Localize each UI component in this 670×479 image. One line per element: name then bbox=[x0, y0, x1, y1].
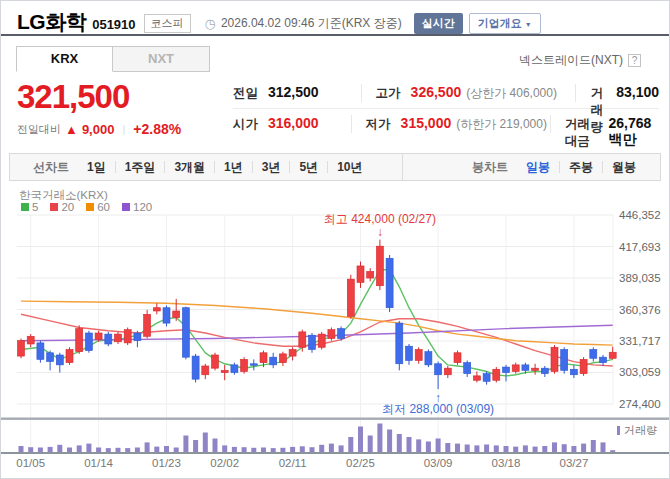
volume-bar bbox=[145, 442, 150, 452]
realtime-badge[interactable]: 실시간 bbox=[414, 13, 463, 34]
candle-body bbox=[338, 329, 345, 339]
candle-body bbox=[202, 366, 209, 375]
quote-table: 전일 312,500 고가 326,500 (상한가 406,000) 거래량 … bbox=[233, 77, 659, 139]
day-high-value: 326,500 bbox=[411, 84, 462, 100]
candle-body bbox=[289, 349, 296, 356]
y-axis-label: 274,400 bbox=[619, 398, 661, 410]
ma-legend-item-5: 5 bbox=[21, 201, 38, 213]
volume-bar bbox=[174, 448, 179, 453]
volume-bar bbox=[494, 445, 499, 452]
price-block: 321,500 전일대비 ▲ 9,000 | +2.88% bbox=[17, 80, 181, 137]
candle-body bbox=[18, 341, 25, 356]
volume-bar bbox=[193, 440, 198, 452]
volume-cell: 거래량 83,100 bbox=[575, 84, 659, 102]
candle-body bbox=[47, 353, 54, 362]
volume-bar bbox=[445, 443, 450, 452]
volume-bar bbox=[426, 442, 431, 453]
open-label: 시가 bbox=[233, 116, 258, 133]
candle-body bbox=[454, 353, 461, 363]
volume-legend-icon bbox=[617, 426, 620, 435]
current-price: 321,500 bbox=[17, 80, 181, 114]
y-axis-label: 446,352 bbox=[619, 209, 661, 221]
prev-close-label: 전일 bbox=[233, 85, 258, 102]
header-divider bbox=[1, 34, 670, 36]
change-label: 전일대비 bbox=[17, 122, 61, 137]
y-axis-label: 360,376 bbox=[619, 304, 661, 316]
candle-tab-월봉[interactable]: 월봉 bbox=[603, 161, 645, 173]
period-tab-1주일[interactable]: 1주일 bbox=[116, 161, 166, 173]
day-high-label: 고가 bbox=[376, 85, 401, 102]
ma-color-swatch bbox=[86, 203, 94, 211]
company-overview-button[interactable]: 기업개요▼ bbox=[469, 13, 541, 34]
period-tab-10년[interactable]: 10년 bbox=[328, 161, 371, 173]
candle-body bbox=[376, 246, 383, 286]
candle-body bbox=[522, 365, 529, 370]
trade-value-label: 거래대금 bbox=[565, 116, 599, 150]
candle-body bbox=[163, 308, 170, 323]
candlestick-chart[interactable]: 446,352417,693389,035360,376331,717303,0… bbox=[1, 186, 670, 479]
candle-body bbox=[95, 333, 102, 340]
volume-bar bbox=[533, 447, 538, 452]
y-axis-label: 331,717 bbox=[619, 335, 661, 347]
candle-body bbox=[260, 353, 267, 363]
x-axis-line bbox=[1, 452, 670, 454]
day-high-cell: 고가 326,500 (상한가 406,000) bbox=[361, 84, 576, 102]
price-chart-section: 한국거래소(KRX) 52060120 446,352417,693389,03… bbox=[1, 186, 670, 479]
volume-bar bbox=[300, 446, 305, 452]
volume-bar bbox=[19, 446, 24, 452]
change-percent: +2.88% bbox=[133, 121, 181, 137]
volume-bar bbox=[339, 445, 344, 452]
candle-body bbox=[406, 346, 413, 360]
ma-legend-label: 5 bbox=[32, 201, 38, 213]
volume-bar bbox=[484, 445, 489, 453]
tab-krx[interactable]: KRX bbox=[16, 46, 113, 72]
volume-bar bbox=[183, 436, 188, 453]
candle-tab-주봉[interactable]: 주봉 bbox=[560, 161, 603, 173]
y-axis-label: 417,693 bbox=[619, 241, 661, 253]
x-axis-label: 02/02 bbox=[210, 457, 239, 469]
period-tab-3개월[interactable]: 3개월 bbox=[165, 161, 215, 173]
volume-bar bbox=[48, 447, 53, 452]
x-axis-label: 02/11 bbox=[279, 457, 307, 469]
high-arrow-icon: ↓ bbox=[377, 225, 383, 239]
ma-legend-item-120: 120 bbox=[122, 201, 152, 213]
trade-value-cell: 거래대금 26,768 백만 bbox=[550, 115, 659, 133]
volume-bar bbox=[232, 447, 237, 452]
candle-body bbox=[551, 347, 558, 371]
period-tab-1년[interactable]: 1년 bbox=[215, 161, 253, 173]
period-tab-1일[interactable]: 1일 bbox=[78, 161, 116, 173]
low-annotation: 최저 288,000 (03/09) bbox=[382, 402, 494, 416]
day-low-label: 저가 bbox=[366, 116, 391, 133]
volume-bar bbox=[77, 445, 82, 452]
header: LG화학 051910 코스피 ◷ 2026.04.02 09:46 기준(KR… bbox=[17, 8, 661, 36]
candle-body bbox=[532, 368, 539, 370]
help-icon[interactable]: ? bbox=[628, 54, 641, 67]
market-badge: 코스피 bbox=[144, 14, 191, 33]
candle-body bbox=[328, 330, 335, 339]
volume-value: 83,100 bbox=[616, 84, 659, 100]
company-overview-label: 기업개요 bbox=[478, 17, 522, 29]
candle-body bbox=[570, 369, 577, 374]
candle-body bbox=[386, 258, 393, 307]
day-low-value: 315,000 bbox=[401, 115, 452, 131]
stock-quote-page: LG화학 051910 코스피 ◷ 2026.04.02 09:46 기준(KR… bbox=[0, 0, 670, 479]
volume-bar bbox=[271, 448, 276, 452]
stock-title: LG화학 bbox=[17, 8, 86, 36]
candle-body bbox=[279, 354, 286, 363]
period-tab-5년[interactable]: 5년 bbox=[290, 161, 328, 173]
tab-nxt[interactable]: NXT bbox=[113, 46, 210, 72]
volume-bar bbox=[542, 446, 547, 452]
candle-body bbox=[473, 376, 480, 380]
x-axis-label: 03/18 bbox=[492, 457, 521, 469]
clock-icon: ◷ bbox=[205, 16, 216, 31]
day-low-cell: 저가 315,000 (하한가 219,000) bbox=[351, 115, 550, 133]
volume-bar bbox=[96, 448, 101, 453]
divider: | bbox=[122, 123, 125, 135]
ma-legend: 52060120 bbox=[21, 201, 164, 213]
open-cell: 시가 316,000 bbox=[233, 115, 351, 133]
volume-bar bbox=[135, 448, 140, 453]
exchange-tabs: KRX NXT bbox=[16, 46, 210, 72]
volume-bar bbox=[465, 445, 470, 453]
candle-tab-일봉[interactable]: 일봉 bbox=[517, 161, 560, 173]
period-tab-3년[interactable]: 3년 bbox=[253, 161, 291, 173]
